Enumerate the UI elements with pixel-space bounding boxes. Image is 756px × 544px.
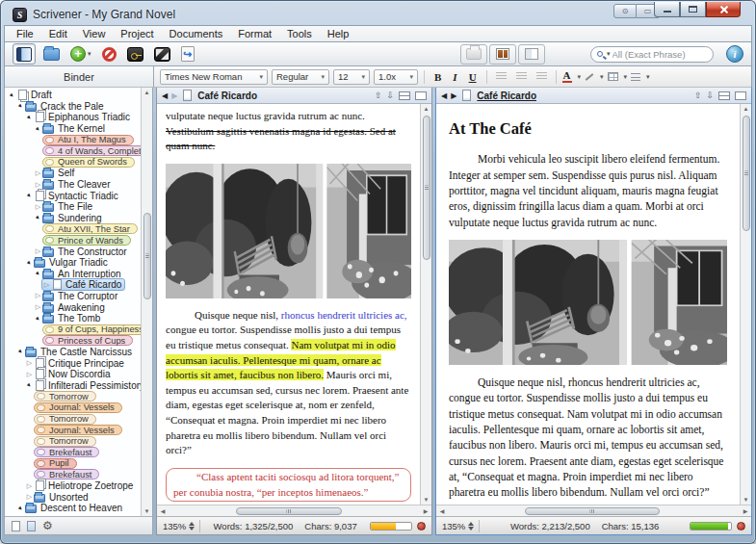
disclosure-collapsed-icon[interactable]: ▷ [34, 303, 42, 311]
scrollbar-thumb[interactable] [743, 116, 750, 231]
menu-item-tools[interactable]: Tools [279, 27, 320, 40]
editor-title[interactable]: Café Ricardo [477, 91, 536, 101]
split-horizontal-button[interactable] [399, 91, 410, 100]
binder-item[interactable]: Brekefaust [5, 469, 141, 480]
binder-index-card-pill[interactable]: Brekefaust [34, 469, 99, 479]
list-icon[interactable] [631, 73, 640, 81]
binder-item[interactable]: ▷Critique Principae [5, 357, 141, 369]
binder-item[interactable]: ▸Sundering [5, 213, 141, 224]
menu-item-help[interactable]: Help [320, 27, 357, 40]
binder-item[interactable]: ▷The Constructor [5, 246, 141, 257]
close-button[interactable] [706, 2, 741, 17]
binder-item[interactable]: Tomorrow [5, 413, 141, 425]
scroll-up-icon[interactable]: ▲ [421, 104, 431, 114]
editor-left-text[interactable]: vulputate neque luctus gravida rutrum ac… [157, 104, 420, 505]
underline-button[interactable]: U [465, 70, 481, 84]
scroll-down-icon[interactable]: ▼ [142, 506, 152, 516]
disclosure-collapsed-icon[interactable]: ▷ [34, 247, 42, 255]
binder-index-card-pill[interactable]: Queen of Swords [42, 157, 135, 168]
binder-index-card-pill[interactable]: 9 of Cups, Happiness [42, 324, 141, 335]
binder-item[interactable]: ▷The Corruptor [5, 291, 141, 302]
binder-index-card-pill[interactable]: Tomorrow [34, 414, 96, 425]
highlight-pencil-icon[interactable] [586, 73, 594, 81]
goal-target-button[interactable] [417, 522, 426, 531]
layout-button-2[interactable] [518, 44, 545, 65]
binder-toggle-button[interactable] [13, 43, 36, 65]
text-color-button[interactable]: A [562, 70, 572, 83]
binder-item[interactable]: Pupil [5, 458, 141, 470]
search-input[interactable] [613, 49, 707, 60]
inspector-info-button[interactable]: i [726, 45, 743, 63]
menu-item-view[interactable]: View [75, 27, 114, 40]
disclosure-collapsed-icon[interactable]: ▷ [42, 281, 51, 289]
highlight-caret-icon[interactable]: ▾ [600, 73, 604, 81]
text-color-caret-icon[interactable]: ▾ [578, 73, 582, 81]
binder-item[interactable]: Princess of Cups [5, 335, 141, 347]
previous-document-button[interactable]: ⇧ [694, 89, 702, 102]
no-split-button[interactable] [735, 91, 746, 100]
trash-button[interactable] [99, 43, 119, 65]
align-left-icon[interactable] [496, 72, 507, 81]
binder-item[interactable]: Journal: Vessels [5, 425, 141, 436]
titlebar[interactable]: S Scrivener - My Grand Novel ⊙ ▭ [4, 0, 752, 25]
binder-item[interactable]: Queen of Swords [5, 157, 141, 168]
binder-item[interactable]: ▸Crack the Pale [5, 101, 141, 113]
binder-item[interactable]: ▸The Kernel [5, 123, 141, 135]
add-item-button[interactable]: +▾ [67, 43, 94, 65]
binder-item[interactable]: Tomorrow [5, 435, 141, 447]
binder-index-card-pill[interactable]: Tomorrow [34, 391, 96, 402]
binder-item[interactable]: ▸Descent to Heaven [5, 503, 141, 514]
align-right-icon[interactable] [536, 72, 547, 81]
binder-index-card-pill[interactable]: 4 of Wands, Completion [42, 145, 141, 156]
disclosure-expanded-icon[interactable]: ▸ [23, 112, 35, 123]
binder-index-card-pill[interactable]: Prince of Wands [42, 235, 131, 246]
disclosure-expanded-icon[interactable]: ▸ [6, 90, 17, 101]
align-center-icon[interactable] [516, 72, 527, 81]
search-field[interactable]: ▾ [590, 46, 714, 63]
binder-item[interactable]: ▷Now Discordia [5, 369, 141, 380]
binder-item[interactable]: ▸Infilteradi Pessimistory [5, 379, 141, 391]
scrollbar-thumb[interactable] [525, 507, 660, 515]
binder-index-card-pill[interactable]: Journal: Vessels [34, 425, 122, 435]
scroll-left-icon[interactable]: ◀ [157, 506, 169, 516]
editor-right-text[interactable]: At The Café Morbi vehicula leo suscipit … [436, 104, 740, 505]
binder-item[interactable]: ▷Heliotrope Zoetrope [5, 480, 141, 492]
back-button[interactable]: ◀ [162, 89, 168, 103]
binder-item[interactable]: Journal: Vessels [5, 402, 141, 414]
binder-index-card-pill[interactable]: Atu XVII, The Star [42, 223, 138, 234]
no-split-button[interactable] [415, 91, 427, 100]
maximize-button[interactable] [680, 2, 706, 17]
binder-item[interactable]: Prince of Wands [5, 235, 141, 246]
disclosure-collapsed-icon[interactable]: ▷ [34, 181, 42, 189]
scroll-right-icon[interactable]: ▶ [740, 506, 751, 516]
scroll-down-icon[interactable]: ▼ [421, 495, 431, 505]
font-style-select[interactable]: Regular▾ [272, 69, 329, 85]
binder-item[interactable]: Atu I, The Magus [5, 134, 141, 145]
binder-item[interactable]: ▸Epiphanous Triadic [5, 112, 141, 123]
zoom-control[interactable]: 135% [442, 521, 474, 531]
next-document-button[interactable]: ⇩ [386, 89, 394, 102]
editor-right-hscrollbar[interactable]: ◀ ▶ [436, 505, 751, 516]
font-size-select[interactable]: 12▾ [333, 69, 370, 85]
binder-index-card-pill[interactable]: Princess of Cups [42, 335, 133, 346]
compile-button[interactable]: ↪ [178, 43, 197, 65]
binder-item[interactable]: ▸Vulgar Triadic [5, 257, 141, 269]
previous-document-button[interactable]: ⇧ [375, 89, 382, 102]
scrollbar-thumb[interactable] [143, 213, 151, 299]
forward-button[interactable]: ▶ [171, 89, 177, 103]
split-horizontal-button[interactable] [718, 91, 730, 100]
binder-index-card-pill[interactable]: Pupil [34, 458, 77, 469]
scroll-right-icon[interactable]: ▶ [420, 506, 431, 516]
menu-item-format[interactable]: Format [230, 27, 279, 40]
disclosure-collapsed-icon[interactable]: ▷ [25, 493, 34, 501]
disclosure-collapsed-icon[interactable]: ▷ [34, 169, 42, 177]
menu-item-file[interactable]: File [9, 27, 41, 40]
bold-button[interactable]: B [430, 70, 445, 84]
keywords-button[interactable] [124, 43, 146, 65]
editor-left-vscrollbar[interactable]: ▲ ▼ [420, 104, 431, 505]
minimize-button[interactable] [654, 2, 680, 17]
binder-index-card-pill[interactable]: Journal: Vessels [34, 402, 122, 413]
binder-index-card-pill[interactable]: Tomorrow [34, 436, 96, 447]
binder-item[interactable]: 4 of Wands, Completion [5, 145, 141, 157]
menu-item-project[interactable]: Project [113, 27, 161, 40]
